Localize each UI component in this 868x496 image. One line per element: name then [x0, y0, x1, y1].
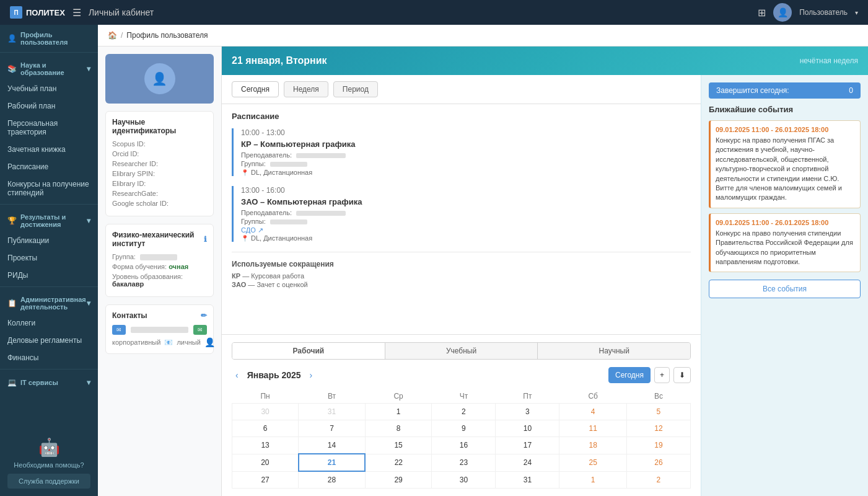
- sidebar-item[interactable]: Учебный план: [0, 80, 98, 97]
- admin-icon: 📋: [7, 299, 17, 308]
- calendar-day-cell[interactable]: 30: [432, 471, 496, 489]
- calendar-grid: ПнВтСрЧтПтСбВс 3031123456789101112131415…: [232, 389, 691, 489]
- sidebar-item[interactable]: Публикации: [0, 232, 98, 249]
- sidebar-profile-section[interactable]: 👤 Профиль пользователя: [0, 25, 98, 50]
- info-icon[interactable]: ℹ: [204, 235, 207, 244]
- calendar-day-cell[interactable]: 16: [432, 437, 496, 454]
- schedule-tabs: Сегодня Неделя Период: [222, 75, 701, 104]
- calendar-day-cell[interactable]: 29: [365, 471, 432, 489]
- today-events-bar: Завершится сегодня: 0: [709, 82, 861, 99]
- calendar-day-cell[interactable]: 7: [299, 420, 366, 437]
- slot-1-teacher: Преподаватель:: [241, 151, 691, 159]
- calendar-day-cell[interactable]: 9: [432, 420, 496, 437]
- tab-today[interactable]: Сегодня: [232, 81, 279, 97]
- user-name: Пользователь: [799, 8, 848, 17]
- it-chevron-icon: ▾: [87, 378, 90, 387]
- calendar-day-cell[interactable]: 2: [432, 404, 496, 420]
- avatar: 👤: [144, 63, 175, 94]
- sidebar-admin-header[interactable]: 📋 Административная деятельность ▾: [0, 290, 98, 314]
- sidebar-results-header[interactable]: 🏆 Результаты и достижения ▾: [0, 207, 98, 232]
- contacts-card: Контакты ✏ ✉ ✉ корпоративный 📧 личный 👤: [105, 304, 214, 354]
- sidebar-item[interactable]: Конкурсы на получение стипендий: [0, 175, 98, 202]
- schedule-and-events: 21 января, Вторник нечётная неделя Сегод…: [222, 46, 868, 496]
- sidebar-item[interactable]: Финансы: [0, 349, 98, 366]
- sidebar-item[interactable]: Проекты: [0, 249, 98, 267]
- support-button[interactable]: Служба поддержки: [7, 474, 90, 489]
- calendar-weekday: Ср: [365, 389, 432, 404]
- calendar-day-cell[interactable]: 11: [559, 420, 627, 437]
- calendar-day-cell[interactable]: 10: [496, 420, 559, 437]
- cal-tab-science[interactable]: Научный: [538, 343, 690, 359]
- calendar-day-cell[interactable]: 1: [559, 471, 627, 489]
- calendar-day-cell[interactable]: 1: [365, 404, 432, 420]
- cal-tab-study[interactable]: Учебный: [385, 343, 538, 359]
- calendar-day-cell[interactable]: 17: [496, 437, 559, 454]
- calendar-day-cell[interactable]: 2: [626, 471, 690, 489]
- location-icon-2: 📍: [241, 235, 248, 242]
- breadcrumb-home[interactable]: 🏠: [108, 31, 117, 40]
- user-chevron-icon[interactable]: ▾: [855, 9, 858, 16]
- contact-icons: ✉ ✉: [112, 325, 207, 335]
- calendar-day-cell[interactable]: 21: [299, 454, 366, 471]
- calendar-day-cell[interactable]: 27: [232, 471, 299, 489]
- user-avatar: 👤: [773, 3, 792, 22]
- calendar-day-cell[interactable]: 6: [232, 420, 299, 437]
- calendar-add-button[interactable]: +: [654, 367, 670, 383]
- sidebar-science-header[interactable]: 📚 Наука и образование ▾: [0, 55, 98, 80]
- all-events-button[interactable]: Все события: [709, 280, 861, 298]
- menu-icon[interactable]: ☰: [72, 7, 81, 19]
- event-date: 09.01.2025 11:00 - 26.01.2025 18:00: [716, 219, 855, 226]
- calendar-next-button[interactable]: ›: [306, 369, 317, 381]
- calendar-day-cell[interactable]: 22: [365, 454, 432, 471]
- calendar-day-cell[interactable]: 30: [232, 404, 299, 420]
- science-icon: 📚: [7, 64, 17, 73]
- sidebar-science-label: Наука и образование: [20, 61, 87, 76]
- today-events-label: Завершится сегодня:: [716, 86, 789, 95]
- calendar-day-cell[interactable]: 25: [559, 454, 627, 471]
- calendar-today-button[interactable]: Сегодня: [608, 367, 651, 383]
- science-chevron-icon: ▾: [87, 64, 90, 73]
- sidebar-item[interactable]: РИДы: [0, 267, 98, 284]
- edit-icon[interactable]: ✏: [201, 311, 207, 320]
- tab-week[interactable]: Неделя: [284, 81, 328, 97]
- cal-tab-work[interactable]: Рабочий: [232, 343, 385, 359]
- calendar-day-cell[interactable]: 31: [299, 404, 366, 420]
- calendar-day-cell[interactable]: 26: [626, 454, 690, 471]
- calendar-day-cell[interactable]: 14: [299, 437, 366, 454]
- calendar-prev-button[interactable]: ‹: [232, 369, 242, 381]
- calendar-nav-right: Сегодня + ⬇: [608, 367, 691, 383]
- calendar-day-cell[interactable]: 12: [626, 420, 690, 437]
- profile-avatar-section: 👤: [105, 54, 214, 104]
- calendar-day-cell[interactable]: 19: [626, 437, 690, 454]
- calendar-day-cell[interactable]: 31: [496, 471, 559, 489]
- sidebar-it-label: IT сервисы: [20, 379, 87, 386]
- sidebar-item[interactable]: Рабочий план: [0, 97, 98, 115]
- sidebar-item[interactable]: Коллеги: [0, 314, 98, 332]
- calendar-day-cell[interactable]: 3: [496, 404, 559, 420]
- calendar-nav-left: ‹ Январь 2025 ›: [232, 369, 316, 381]
- slot-2-sdo-link[interactable]: СДО ↗: [241, 226, 691, 234]
- sidebar-item[interactable]: Персональная траектория: [0, 115, 98, 141]
- calendar-day-cell[interactable]: 4: [559, 404, 627, 420]
- calendar-day-cell[interactable]: 8: [365, 420, 432, 437]
- grid-icon[interactable]: ⊞: [758, 7, 766, 19]
- tab-period[interactable]: Период: [333, 81, 378, 97]
- calendar-weekdays-row: ПнВтСрЧтПтСбВс: [232, 389, 691, 404]
- slot-1-groups: Группы:: [241, 160, 691, 167]
- sidebar-item[interactable]: Расписание: [0, 158, 98, 175]
- schedule-title: Расписание: [232, 112, 691, 121]
- calendar-day-cell[interactable]: 28: [299, 471, 366, 489]
- calendar-download-button[interactable]: ⬇: [673, 367, 691, 383]
- calendar-day-cell[interactable]: 23: [432, 454, 496, 471]
- admin-items: КоллегиДеловые регламентыФинансы: [0, 314, 98, 366]
- help-text: Необходима помощь?: [7, 461, 90, 469]
- calendar-day-cell[interactable]: 15: [365, 437, 432, 454]
- sidebar-item[interactable]: Деловые регламенты: [0, 332, 98, 349]
- sidebar-item[interactable]: Зачетная книжка: [0, 141, 98, 158]
- calendar-day-cell[interactable]: 13: [232, 437, 299, 454]
- calendar-day-cell[interactable]: 18: [559, 437, 627, 454]
- calendar-day-cell[interactable]: 20: [232, 454, 299, 471]
- sidebar-it-header[interactable]: 💻 IT сервисы ▾: [0, 372, 98, 391]
- calendar-day-cell[interactable]: 24: [496, 454, 559, 471]
- calendar-day-cell[interactable]: 5: [626, 404, 690, 420]
